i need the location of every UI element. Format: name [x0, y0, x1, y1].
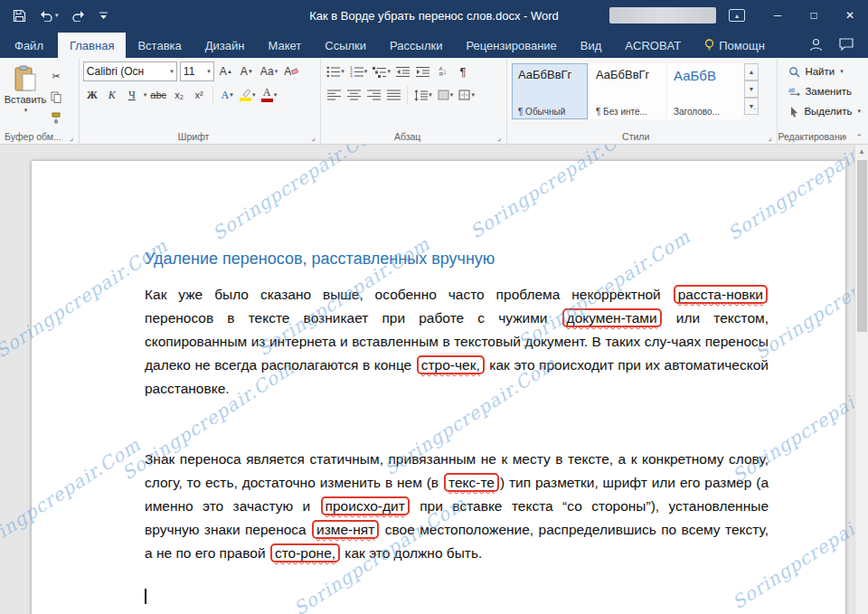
ribbon: Вставить ▾ ✂ Буфер обм... Calibri (Осн▾ …	[0, 58, 868, 145]
tab-file[interactable]: Файл	[0, 33, 58, 58]
bullet-list-button[interactable]: ▾	[325, 61, 346, 81]
quick-access-toolbar: ▾	[0, 9, 108, 23]
sort-button[interactable]: АЯ↓	[434, 61, 452, 81]
borders-button[interactable]: ▾	[457, 85, 476, 105]
numbered-list-button[interactable]: 123▾	[348, 61, 370, 81]
svg-text:3: 3	[350, 73, 353, 78]
tell-me-helper[interactable]: Помощн	[693, 33, 777, 58]
tab-mailings[interactable]: Рассылки	[378, 33, 454, 58]
decrease-indent-button[interactable]	[394, 61, 412, 81]
sign-in-person-icon[interactable]	[809, 38, 823, 52]
tab-design[interactable]: Дизайн	[193, 33, 257, 58]
tab-view[interactable]: Вид	[569, 33, 614, 58]
clipboard-small-buttons: ✂	[47, 61, 65, 128]
subscript-button[interactable]: х₂	[170, 85, 188, 105]
font-dialog-launcher[interactable]	[308, 133, 317, 142]
paste-dropdown-icon[interactable]: ▾	[24, 107, 28, 114]
shading-button[interactable]: ▾	[436, 85, 456, 105]
clear-formatting-button[interactable]: А	[282, 61, 300, 81]
tab-layout[interactable]: Макет	[256, 33, 313, 58]
undo-icon[interactable]: ▾	[39, 10, 59, 22]
redo-icon[interactable]	[71, 10, 86, 22]
group-clipboard: Вставить ▾ ✂ Буфер обм...	[0, 58, 80, 144]
group-font: Calibri (Осн▾ 11▾ А▲ А▼ Аа▾ А Ж К Ч▾ abc…	[80, 58, 322, 144]
paragraph-dialog-launcher[interactable]	[495, 133, 504, 142]
styles-gallery-scroll: ▲ ▼ ▼̱	[744, 63, 759, 126]
hyphen-highlight: текс-те	[444, 473, 499, 492]
comment-icon[interactable]	[839, 38, 854, 51]
ribbon-display-options-icon[interactable]: ▴	[729, 9, 745, 22]
search-icon	[788, 66, 800, 78]
lightbulb-icon	[704, 39, 714, 52]
paste-button[interactable]: Вставить ▾	[4, 61, 47, 125]
tab-insert[interactable]: Вставка	[126, 33, 193, 58]
style-no-spacing[interactable]: АаБбВвГг ¶ Без инте...	[590, 63, 665, 119]
group-styles: АаБбВвГг ¶ Обычный АаБбВвГг ¶ Без инте..…	[507, 58, 778, 144]
cut-icon[interactable]: ✂	[47, 67, 65, 85]
highlight-color-button[interactable]: ▾	[238, 85, 258, 105]
justify-button[interactable]	[384, 85, 402, 105]
hyphen-highlight: происхо-дит	[321, 496, 410, 515]
tab-acrobat[interactable]: ACROBAT	[613, 33, 693, 58]
scrollbar-thumb[interactable]	[857, 160, 867, 332]
styles-more-icon[interactable]: ▼̱	[744, 98, 759, 115]
styles-scroll-up-icon[interactable]: ▲	[744, 63, 759, 80]
font-size-combo[interactable]: 11▾	[180, 61, 214, 81]
undo-dropdown-icon[interactable]: ▾	[55, 12, 59, 19]
font-family-combo[interactable]: Calibri (Осн▾	[83, 61, 177, 81]
underline-button[interactable]: Ч	[123, 85, 141, 105]
align-center-button[interactable]	[344, 85, 363, 105]
clipboard-dialog-launcher[interactable]	[67, 133, 76, 142]
find-button[interactable]: Найти▾	[785, 61, 864, 81]
tab-home[interactable]: Главная	[58, 33, 126, 58]
styles-scroll-down-icon[interactable]: ▼	[744, 80, 759, 98]
vertical-scrollbar[interactable]: ▲	[854, 145, 868, 614]
minimize-button[interactable]: ─	[760, 0, 796, 31]
align-left-button[interactable]	[325, 85, 343, 105]
show-paragraph-marks-button[interactable]: ¶	[454, 61, 472, 81]
replace-button[interactable]: ab Заменить	[785, 81, 864, 101]
save-icon[interactable]	[13, 9, 26, 23]
styles-dialog-launcher[interactable]	[765, 133, 774, 142]
hyphen-highlight: расста-новки	[674, 285, 768, 304]
align-right-button[interactable]	[364, 85, 382, 105]
underline-dropdown-icon[interactable]: ▾	[144, 91, 147, 99]
close-button[interactable]: ✕	[832, 0, 868, 31]
select-button[interactable]: Выделить▾	[785, 101, 864, 121]
text-effects-button[interactable]: А▾	[218, 85, 236, 105]
title-bar: ▾ Как в Ворде убрать перенос слов.docx -…	[0, 0, 868, 31]
p2-text: как это должно быть.	[341, 545, 482, 561]
change-case-button[interactable]: Аа▾	[259, 61, 279, 81]
shrink-font-button[interactable]: А▼	[238, 61, 256, 81]
line-spacing-button[interactable]: ▾	[412, 85, 434, 105]
tab-review[interactable]: Рецензирование	[454, 33, 568, 58]
font-color-button[interactable]: А▾	[259, 85, 279, 105]
style-heading1[interactable]: АаБбВ Заголово...	[667, 63, 743, 119]
titlebar-right: ▴ ─ □ ✕	[609, 0, 868, 31]
tab-references[interactable]: Ссылки	[313, 33, 378, 58]
cursor-icon	[788, 106, 799, 118]
paragraph-2: Знак переноса является статичным, привяз…	[145, 448, 769, 565]
collapse-ribbon-icon[interactable]: ⌃	[855, 133, 863, 142]
superscript-button[interactable]: х²	[190, 85, 208, 105]
p1-text: Как уже было сказано выше, особенно част…	[145, 287, 673, 302]
paragraph-1: Как уже было сказано выше, особенно част…	[145, 283, 769, 401]
clipboard-icon	[14, 65, 37, 92]
style-normal[interactable]: АаБбВвГг ¶ Обычный	[512, 63, 588, 119]
strikethrough-button[interactable]: abc	[148, 85, 168, 105]
italic-button[interactable]: К	[103, 85, 121, 105]
bold-button[interactable]: Ж	[83, 85, 101, 105]
document-page[interactable]: Удаление переносов, расставленных вручну…	[32, 161, 845, 614]
copy-icon[interactable]	[47, 88, 65, 106]
hyphen-highlight: сто-роне,	[270, 543, 340, 562]
scroll-up-icon[interactable]: ▲	[855, 145, 868, 158]
grow-font-button[interactable]: А▲	[217, 61, 235, 81]
word-window: ▾ Как в Ворде убрать перенос слов.docx -…	[0, 0, 868, 614]
document-heading: Удаление переносов, расставленных вручну…	[145, 250, 769, 269]
hyphen-highlight: изме-нят	[312, 520, 379, 539]
format-painter-icon[interactable]	[47, 109, 65, 128]
increase-indent-button[interactable]	[414, 61, 432, 81]
multilevel-list-button[interactable]: ▾	[371, 61, 392, 81]
maximize-button[interactable]: □	[796, 0, 832, 31]
customize-qat-icon[interactable]	[99, 11, 108, 21]
